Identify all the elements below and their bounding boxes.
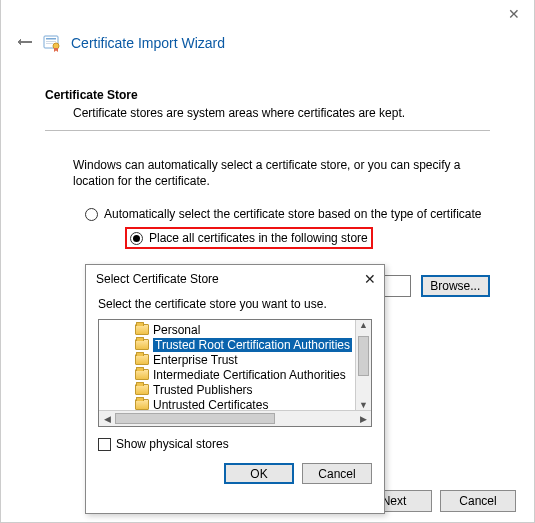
wizard-close-icon[interactable]: ✕: [508, 6, 520, 22]
svg-rect-3: [46, 43, 53, 44]
tree-item-trusted-publishers[interactable]: Trusted Publishers: [105, 382, 371, 397]
dialog-cancel-button[interactable]: Cancel: [302, 463, 372, 484]
wizard-header: 🠔 Certificate Import Wizard: [1, 0, 534, 60]
browse-button[interactable]: Browse...: [421, 275, 490, 297]
wizard-body: Certificate Store Certificate stores are…: [1, 60, 534, 297]
ok-button[interactable]: OK: [224, 463, 294, 484]
section-title: Certificate Store: [45, 88, 490, 102]
tree-item-trusted-root[interactable]: Trusted Root Certification Authorities: [105, 337, 371, 352]
wizard-title: Certificate Import Wizard: [71, 35, 225, 51]
svg-rect-2: [46, 41, 56, 42]
section-subtitle: Certificate stores are system areas wher…: [73, 106, 490, 120]
show-physical-stores-checkbox[interactable]: Show physical stores: [98, 437, 372, 451]
scroll-thumb[interactable]: [358, 336, 369, 376]
tree-item-untrusted[interactable]: Untrusted Certificates: [105, 397, 371, 410]
tree-item-personal[interactable]: Personal: [105, 322, 371, 337]
scroll-thumb[interactable]: [115, 413, 275, 424]
description-text: Windows can automatically select a certi…: [73, 157, 490, 189]
folder-icon: [135, 384, 149, 395]
tree-item-enterprise-trust[interactable]: Enterprise Trust: [105, 352, 371, 367]
scroll-down-icon[interactable]: ▼: [359, 400, 368, 410]
radio-place-label: Place all certificates in the following …: [149, 231, 368, 245]
dialog-titlebar: Select Certificate Store ✕: [86, 265, 384, 291]
radio-icon: [85, 208, 98, 221]
tree-item-intermediate[interactable]: Intermediate Certification Authorities: [105, 367, 371, 382]
show-physical-label: Show physical stores: [116, 437, 229, 451]
horizontal-scrollbar[interactable]: ◀ ▶: [99, 410, 371, 426]
folder-icon: [135, 399, 149, 410]
cancel-button[interactable]: Cancel: [440, 490, 516, 512]
select-store-dialog: Select Certificate Store ✕ Select the ce…: [85, 264, 385, 514]
radio-place-all[interactable]: Place all certificates in the following …: [125, 227, 373, 249]
folder-icon: [135, 324, 149, 335]
certificate-icon: [43, 34, 61, 52]
back-arrow-icon[interactable]: 🠔: [17, 35, 33, 51]
radio-auto-label: Automatically select the certificate sto…: [104, 207, 482, 221]
radio-icon: [130, 232, 143, 245]
scroll-left-icon[interactable]: ◀: [99, 414, 115, 424]
folder-icon: [135, 354, 149, 365]
folder-icon: [135, 369, 149, 380]
scroll-right-icon[interactable]: ▶: [355, 414, 371, 424]
close-icon[interactable]: ✕: [364, 271, 376, 287]
folder-icon: [135, 339, 149, 350]
vertical-scrollbar[interactable]: ▲ ▼: [355, 320, 371, 410]
checkbox-icon: [98, 438, 111, 451]
dialog-buttons: OK Cancel: [86, 451, 384, 494]
divider: [45, 130, 490, 131]
radio-auto-select[interactable]: Automatically select the certificate sto…: [85, 207, 490, 221]
scroll-up-icon[interactable]: ▲: [359, 320, 368, 330]
dialog-title: Select Certificate Store: [96, 272, 219, 286]
store-tree-view[interactable]: Personal Trusted Root Certification Auth…: [99, 320, 371, 410]
store-tree: Personal Trusted Root Certification Auth…: [98, 319, 372, 427]
dialog-instruction: Select the certificate store you want to…: [86, 291, 384, 319]
svg-rect-1: [46, 38, 56, 40]
